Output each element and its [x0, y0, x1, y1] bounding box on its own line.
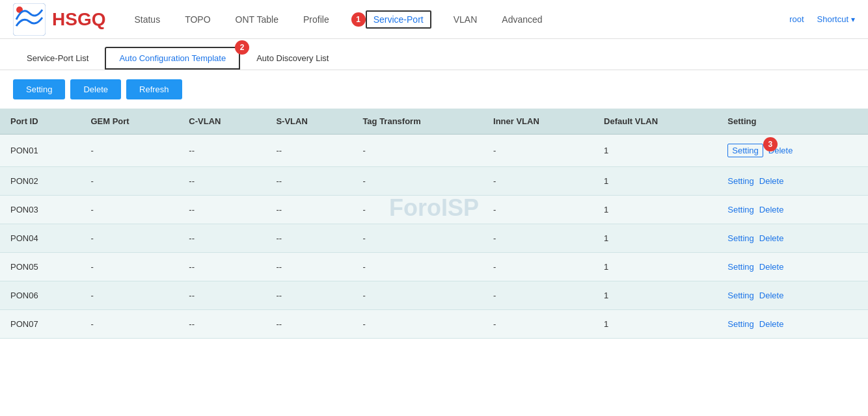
- cell-3: --: [265, 224, 352, 253]
- row-delete-link[interactable]: Delete: [759, 262, 784, 272]
- row-setting-link[interactable]: Setting: [727, 205, 753, 214]
- tab-auto-config-wrapper: 2 Auto Configuration Template: [105, 47, 240, 70]
- cell-6: 1: [593, 196, 717, 224]
- row-delete-link[interactable]: Delete: [759, 205, 784, 214]
- nav-shortcut[interactable]: Shortcut: [817, 14, 855, 24]
- cell-actions: Setting3Delete: [717, 135, 868, 167]
- cell-5: -: [483, 196, 593, 224]
- table-row: PON01-------1Setting3Delete: [0, 135, 868, 167]
- table-header-row: Port ID GEM Port C-VLAN S-VLAN Tag Trans…: [0, 109, 868, 135]
- col-gem-port: GEM Port: [80, 109, 178, 135]
- logo-area: HSGQ: [13, 3, 105, 36]
- cell-3: --: [265, 167, 352, 196]
- row-setting-link[interactable]: Setting: [727, 262, 753, 272]
- cell-3: --: [265, 135, 352, 167]
- header: HSGQ Status TOPO ONT Table Profile 1 Ser…: [0, 0, 868, 39]
- cell-0: PON01: [0, 135, 80, 167]
- cell-0: PON06: [0, 281, 80, 310]
- cell-2: --: [178, 253, 265, 281]
- col-default-vlan: Default VLAN: [593, 109, 717, 135]
- cell-5: -: [483, 167, 593, 196]
- row-delete-link[interactable]: Delete: [759, 291, 784, 300]
- logo-text: HSGQ: [52, 9, 105, 30]
- table-row: PON03-------1SettingDelete: [0, 196, 868, 224]
- main-nav: Status TOPO ONT Table Profile 1 Service-…: [131, 10, 855, 29]
- cell-5: -: [483, 224, 593, 253]
- cell-2: --: [178, 196, 265, 224]
- tab-auto-discovery-list[interactable]: Auto Discovery List: [243, 47, 342, 69]
- logo-icon: [13, 3, 46, 36]
- nav-service-port[interactable]: Service-Port: [366, 10, 431, 29]
- cell-4: -: [352, 253, 483, 281]
- cell-1: -: [80, 310, 178, 339]
- cell-2: --: [178, 135, 265, 167]
- badge-1: 1: [351, 12, 366, 27]
- row-setting-link[interactable]: Setting: [727, 319, 753, 329]
- tab-service-port-list[interactable]: Service-Port List: [13, 47, 102, 69]
- cell-6: 1: [593, 253, 717, 281]
- delete-button[interactable]: Delete: [70, 79, 121, 99]
- cell-5: -: [483, 135, 593, 167]
- cell-6: 1: [593, 310, 717, 339]
- cell-4: -: [352, 310, 483, 339]
- table-row: PON02-------1SettingDelete: [0, 167, 868, 196]
- col-s-vlan: S-VLAN: [265, 109, 352, 135]
- col-port-id: Port ID: [0, 109, 80, 135]
- badge-3: 3: [763, 137, 778, 151]
- nav-right: root Shortcut: [789, 14, 855, 24]
- main-table: Port ID GEM Port C-VLAN S-VLAN Tag Trans…: [0, 109, 868, 339]
- cell-1: -: [80, 135, 178, 167]
- cell-4: -: [352, 135, 483, 167]
- cell-6: 1: [593, 167, 717, 196]
- cell-2: --: [178, 224, 265, 253]
- cell-actions: SettingDelete: [717, 196, 868, 224]
- row-setting-link[interactable]: Setting: [727, 144, 763, 157]
- row-delete-link[interactable]: Delete: [759, 176, 784, 186]
- table-row: PON04-------1SettingDelete: [0, 224, 868, 253]
- row-setting-link[interactable]: Setting: [727, 176, 753, 186]
- row-setting-link[interactable]: Setting: [727, 291, 753, 300]
- row-delete-link[interactable]: Delete: [759, 233, 784, 243]
- cell-2: --: [178, 310, 265, 339]
- nav-status[interactable]: Status: [131, 14, 163, 25]
- cell-6: 1: [593, 135, 717, 167]
- cell-3: --: [265, 310, 352, 339]
- table-container: Port ID GEM Port C-VLAN S-VLAN Tag Trans…: [0, 109, 868, 339]
- nav-ont-table[interactable]: ONT Table: [233, 14, 281, 25]
- cell-4: -: [352, 224, 483, 253]
- row-setting-link[interactable]: Setting: [727, 233, 753, 243]
- cell-0: PON03: [0, 196, 80, 224]
- col-tag-transform: Tag Transform: [352, 109, 483, 135]
- tabs-bar: Service-Port List 2 Auto Configuration T…: [0, 39, 868, 70]
- nav-topo[interactable]: TOPO: [182, 14, 213, 25]
- table-row: PON06-------1SettingDelete: [0, 281, 868, 310]
- row-delete-link[interactable]: Delete: [759, 319, 784, 329]
- cell-actions: SettingDelete: [717, 253, 868, 281]
- cell-4: -: [352, 196, 483, 224]
- cell-1: -: [80, 253, 178, 281]
- cell-4: -: [352, 167, 483, 196]
- tab-auto-config-template[interactable]: Auto Configuration Template: [105, 47, 240, 70]
- cell-actions: SettingDelete: [717, 310, 868, 339]
- actions-bar: Setting Delete Refresh: [0, 70, 868, 109]
- cell-2: --: [178, 167, 265, 196]
- nav-profile[interactable]: Profile: [301, 14, 332, 25]
- cell-actions: SettingDelete: [717, 224, 868, 253]
- nav-vlan[interactable]: VLAN: [451, 14, 480, 25]
- table-row: PON05-------1SettingDelete: [0, 253, 868, 281]
- cell-5: -: [483, 281, 593, 310]
- nav-advanced[interactable]: Advanced: [499, 14, 545, 25]
- cell-6: 1: [593, 224, 717, 253]
- cell-2: --: [178, 281, 265, 310]
- cell-0: PON05: [0, 253, 80, 281]
- cell-3: --: [265, 253, 352, 281]
- cell-5: -: [483, 253, 593, 281]
- setting-button[interactable]: Setting: [13, 79, 65, 99]
- col-setting: Setting: [717, 109, 868, 135]
- nav-root-user[interactable]: root: [789, 14, 804, 24]
- refresh-button[interactable]: Refresh: [126, 79, 182, 99]
- cell-actions: SettingDelete: [717, 167, 868, 196]
- cell-6: 1: [593, 281, 717, 310]
- cell-1: -: [80, 224, 178, 253]
- cell-actions: SettingDelete: [717, 281, 868, 310]
